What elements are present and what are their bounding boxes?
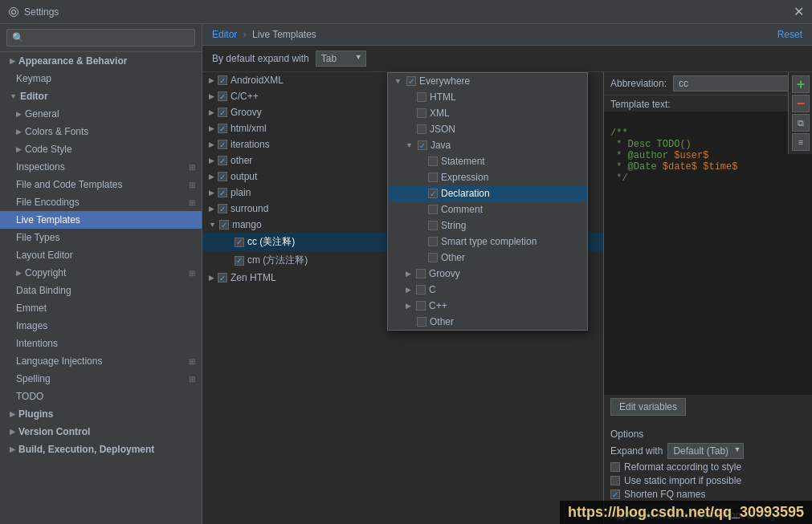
popup-arrow: ▶ [406,302,411,310]
popup-item[interactable]: Other [388,250,587,266]
template-checkbox[interactable] [219,220,229,230]
sidebar-item-editor[interactable]: ▼Editor [0,87,202,105]
popup-checkbox[interactable] [417,317,426,327]
template-checkbox[interactable] [218,156,227,165]
sidebar-item-inspections[interactable]: Inspections⊞ [0,158,202,176]
popup-checkbox[interactable] [416,285,426,294]
applicable-row: Applicable in Java: declaration. Change [604,506,788,524]
expand-with-select[interactable]: Default (Tab) Tab Enter [667,443,744,459]
popup-item[interactable]: Expression [388,169,587,185]
search-input[interactable] [6,29,195,47]
action-buttons: + − ⧉ ≡ [788,72,812,154]
sidebar-item-general[interactable]: ▶General [0,105,202,123]
sidebar-item-colors---fonts[interactable]: ▶Colors & Fonts [0,123,202,140]
sidebar-item-data-binding[interactable]: Data Binding [0,282,202,299]
context-popup[interactable]: ▼EverywhereHTMLXMLJSON▼JavaStatementExpr… [387,72,588,331]
template-checkbox[interactable] [218,91,227,101]
option-checkbox[interactable] [610,476,620,485]
breadcrumb: Editor › Live Templates [212,29,316,40]
sidebar-item-layout-editor[interactable]: Layout Editor [0,246,202,264]
sidebar-item-appearance---behavior[interactable]: ▶Appearance & Behavior [0,52,202,70]
popup-item[interactable]: ▼Java [388,137,587,153]
template-checkbox[interactable] [218,204,227,213]
popup-checkbox[interactable] [417,92,426,102]
group-arrow: ▶ [209,76,214,84]
popup-item[interactable]: HTML [388,89,587,105]
add-template-button[interactable]: + [792,75,810,93]
popup-checkbox[interactable] [416,269,426,278]
badge-icon: ⊞ [189,181,195,189]
sidebar-item-keymap[interactable]: Keymap [0,70,202,87]
expand-label: By default expand with [212,53,309,64]
sidebar-label: Intentions [16,338,58,349]
sidebar-item-plugins[interactable]: ▶Plugins [0,405,202,423]
popup-item[interactable]: ▼Everywhere [388,73,587,89]
popup-checkbox[interactable] [428,205,438,214]
template-checkbox[interactable] [235,256,244,266]
popup-checkbox[interactable] [428,173,438,182]
sidebar-item-spelling[interactable]: Spelling⊞ [0,370,202,388]
template-code-editor[interactable]: /** * Desc TODO() * @author $user$ * @Da… [604,112,812,395]
move-template-button[interactable]: ≡ [792,133,810,151]
sidebar-item-file-encodings[interactable]: File Encodings⊞ [0,193,202,211]
sidebar-item-emmet[interactable]: Emmet [0,299,202,317]
popup-item[interactable]: ▶C++ [388,298,587,314]
abbreviation-input[interactable] [673,75,805,91]
option-checkbox-label: Reformat according to style [624,461,741,473]
reset-button[interactable]: Reset [777,29,802,40]
template-checkbox[interactable] [218,140,227,149]
popup-checkbox[interactable] [417,124,426,134]
template-checkbox[interactable] [218,188,227,197]
popup-checkbox[interactable] [418,140,427,150]
popup-checkbox[interactable] [428,237,438,246]
popup-item[interactable]: ▶C [388,282,587,298]
change-link[interactable]: Change [746,510,780,521]
close-button[interactable]: ✕ [794,6,804,18]
popup-checkbox[interactable] [428,221,438,230]
popup-item[interactable]: Statement [388,153,587,169]
expand-with-label: Expand with [610,445,663,457]
popup-item[interactable]: XML [388,105,587,121]
template-checkbox[interactable] [218,172,227,181]
popup-checkbox[interactable] [428,156,438,166]
popup-checkbox[interactable] [406,76,416,86]
sidebar-item-build--execution--deployment[interactable]: ▶Build, Execution, Deployment [0,441,202,458]
popup-item[interactable]: Other [388,314,587,330]
popup-item[interactable]: String [388,217,587,234]
popup-arrow: ▶ [406,286,411,294]
edit-variables-button[interactable]: Edit variables [610,398,686,416]
template-checkbox[interactable] [218,273,227,282]
popup-item[interactable]: JSON [388,121,587,137]
sidebar-item-file-and-code-templates[interactable]: File and Code Templates⊞ [0,176,202,193]
template-checkbox[interactable] [218,108,227,117]
option-checkbox[interactable] [610,462,620,472]
breadcrumb-editor[interactable]: Editor [212,29,237,40]
popup-item[interactable]: Comment [388,201,587,217]
sidebar-item-intentions[interactable]: Intentions [0,335,202,352]
popup-item[interactable]: ▶Groovy [388,266,587,282]
code-var-time: $time$ [703,161,737,173]
popup-checkbox[interactable] [416,301,426,311]
sidebar-item-live-templates[interactable]: Live Templates [0,211,202,229]
sidebar-item-images[interactable]: Images [0,317,202,335]
sidebar-item-code-style[interactable]: ▶Code Style [0,140,202,158]
popup-item[interactable]: Smart type completion [388,234,587,250]
template-checkbox[interactable] [235,238,244,247]
popup-checkbox[interactable] [428,189,438,198]
expand-select[interactable]: Tab Enter Space [316,51,366,67]
option-checkbox[interactable] [610,489,620,499]
template-checkbox[interactable] [218,124,227,133]
template-checkbox[interactable] [218,75,227,85]
remove-template-button[interactable]: − [792,95,810,112]
copy-template-button[interactable]: ⧉ [792,114,810,132]
sidebar-item-todo[interactable]: TODO [0,388,202,405]
sidebar-items-container: ▶Appearance & BehaviorKeymap▼Editor▶Gene… [0,52,202,458]
popup-checkbox[interactable] [428,253,438,262]
template-name: C/C++ [231,91,259,102]
sidebar-item-version-control[interactable]: ▶Version Control [0,423,202,441]
sidebar-item-copyright[interactable]: ▶Copyright⊞ [0,264,202,282]
sidebar-item-file-types[interactable]: File Types [0,229,202,246]
popup-checkbox[interactable] [417,108,426,118]
sidebar-item-language-injections[interactable]: Language Injections⊞ [0,352,202,370]
popup-item[interactable]: Declaration [388,185,587,201]
